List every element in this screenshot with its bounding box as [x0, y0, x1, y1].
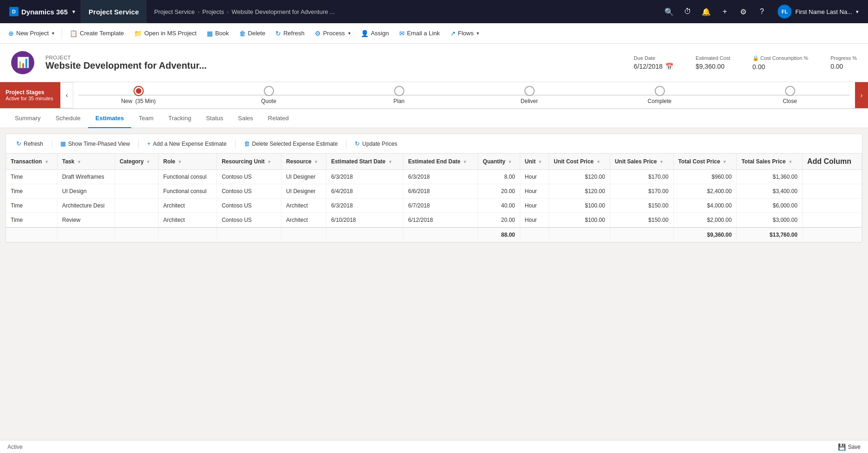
- add-button[interactable]: +: [716, 3, 733, 20]
- project-meta: Due Date 6/12/2018 📅 Estimated Cost $9,3…: [634, 55, 857, 71]
- stage-complete[interactable]: Complete: [594, 86, 725, 104]
- create-template-button[interactable]: 📋 Create Template: [65, 27, 128, 40]
- stages-left-chevron[interactable]: ‹: [60, 82, 73, 108]
- cell-4: Contoso US: [217, 213, 281, 228]
- total-empty-2: [57, 227, 115, 242]
- cell-4: Contoso US: [217, 199, 281, 213]
- delete-icon: 🗑: [239, 30, 246, 37]
- update-prices-button[interactable]: ↻ Update Prices: [350, 138, 402, 149]
- col-resourcing-unit[interactable]: Resourcing Unit ▾: [217, 154, 281, 170]
- col-est-end-date[interactable]: Estimated End Date ▾: [403, 154, 478, 170]
- stage-new[interactable]: New (35 Min): [73, 86, 204, 104]
- stages-right-chevron[interactable]: ›: [855, 82, 868, 108]
- col-resource[interactable]: Resource ▾: [281, 154, 326, 170]
- tab-schedule[interactable]: Schedule: [48, 109, 88, 128]
- due-date-value: 6/12/2018 📅: [634, 63, 673, 70]
- delete-expense-button[interactable]: 🗑 Delete Selected Expense Estimate: [239, 138, 343, 149]
- delete-label: Delete: [248, 30, 266, 37]
- cell-9: Hour: [520, 184, 549, 199]
- cmd-sep-1: [62, 28, 62, 39]
- col-total-cost-price[interactable]: Total Cost Price ▾: [673, 154, 737, 170]
- add-expense-estimate-button[interactable]: + Add a New Expense Estimate: [142, 138, 231, 149]
- project-service-label: Project Service: [81, 0, 147, 23]
- col-category[interactable]: Category ▾: [115, 154, 158, 170]
- stage-close[interactable]: Close: [725, 86, 855, 104]
- estimates-refresh-label: Refresh: [24, 141, 43, 147]
- stage-plan[interactable]: Plan: [334, 86, 464, 104]
- dynamics-logo[interactable]: D Dynamics 365 ▾: [4, 0, 81, 23]
- time-phased-view-button[interactable]: ▦ Show Time-Phased View: [56, 138, 134, 149]
- col-quantity[interactable]: Quantity ▾: [478, 154, 520, 170]
- total-sales-price: $13,760.00: [737, 227, 803, 242]
- breadcrumb-item-2[interactable]: Projects: [202, 8, 224, 15]
- new-project-button[interactable]: ⊕ New Project ▾: [4, 27, 59, 40]
- project-title: Website Development for Adventur...: [45, 60, 623, 71]
- top-navigation: D Dynamics 365 ▾ Project Service Project…: [0, 0, 868, 23]
- col-add-column[interactable]: Add Column: [802, 154, 862, 170]
- cell-7: 6/12/2018: [403, 213, 478, 228]
- stage-quote-label: Quote: [261, 98, 276, 104]
- due-date-field: Due Date 6/12/2018 📅: [634, 55, 673, 70]
- col-unit[interactable]: Unit ▾: [520, 154, 549, 170]
- col-unit-sales-price[interactable]: Unit Sales Price ▾: [610, 154, 673, 170]
- table-row[interactable]: TimeUI DesignFunctional consulContoso US…: [6, 184, 862, 199]
- breadcrumb-item-3[interactable]: Website Development for Adventure ...: [232, 8, 335, 15]
- stage-quote[interactable]: Quote: [204, 86, 334, 104]
- open-ms-project-icon: 📁: [134, 30, 142, 37]
- calendar-icon[interactable]: 📅: [665, 63, 673, 70]
- dynamics-chevron[interactable]: ▾: [72, 9, 75, 15]
- cell-10: $100.00: [549, 213, 610, 228]
- total-cost-price: $9,360.00: [673, 227, 737, 242]
- tab-sales[interactable]: Sales: [230, 109, 261, 128]
- tab-related[interactable]: Related: [261, 109, 296, 128]
- settings-button[interactable]: ⚙: [735, 3, 752, 20]
- estimates-refresh-button[interactable]: ↻ Refresh: [12, 138, 48, 149]
- total-empty-8: [403, 227, 478, 242]
- tab-estimates[interactable]: Estimates: [88, 109, 131, 128]
- search-button[interactable]: 🔍: [661, 3, 677, 20]
- cell-10: $100.00: [549, 199, 610, 213]
- new-project-icon: ⊕: [8, 30, 14, 37]
- email-link-button[interactable]: ✉ Email a Link: [395, 27, 445, 40]
- notifications-button[interactable]: 🔔: [698, 3, 715, 20]
- tab-tracking[interactable]: Tracking: [161, 109, 198, 128]
- command-bar: ⊕ New Project ▾ 📋 Create Template 📁 Open…: [0, 23, 868, 44]
- time-phased-icon: ▦: [60, 140, 66, 147]
- create-template-icon: 📋: [70, 30, 77, 37]
- delete-button[interactable]: 🗑 Delete: [235, 27, 270, 40]
- flows-button[interactable]: ↗ Flows ▾: [446, 27, 484, 40]
- tab-status[interactable]: Status: [198, 109, 230, 128]
- project-header: 📊 PROJECT Website Development for Advent…: [0, 44, 868, 82]
- table-row[interactable]: TimeReviewArchitectContoso USArchitect6/…: [6, 213, 862, 228]
- stage-deliver[interactable]: Deliver: [464, 86, 594, 104]
- recent-items-button[interactable]: ⏱: [679, 3, 696, 20]
- refresh-label: Refresh: [283, 30, 305, 37]
- help-button[interactable]: ?: [753, 3, 770, 20]
- book-button[interactable]: ▦ Book: [202, 27, 234, 40]
- cost-consumption-value: 0.00: [753, 63, 808, 71]
- cell-1: UI Design: [57, 184, 115, 199]
- col-role[interactable]: Role ▾: [159, 154, 217, 170]
- tab-summary[interactable]: Summary: [7, 109, 48, 128]
- col-est-start-date[interactable]: Estimated Start Date ▾: [326, 154, 403, 170]
- col-task[interactable]: Task ▾: [57, 154, 115, 170]
- new-project-dropdown-icon[interactable]: ▾: [52, 31, 54, 36]
- stage-complete-label: Complete: [648, 98, 671, 104]
- tab-team[interactable]: Team: [131, 109, 161, 128]
- col-unit-cost-price[interactable]: Unit Cost Price ▾: [549, 154, 610, 170]
- col-total-sales-price[interactable]: Total Sales Price ▾: [737, 154, 803, 170]
- user-avatar: FL: [778, 5, 791, 19]
- breadcrumb-item-1[interactable]: Project Service: [154, 8, 194, 15]
- create-template-label: Create Template: [80, 30, 124, 37]
- book-label: Book: [215, 30, 229, 37]
- refresh-button[interactable]: ↻ Refresh: [271, 27, 309, 40]
- cell-13: $3,400.00: [737, 184, 803, 199]
- open-ms-project-button[interactable]: 📁 Open in MS Project: [129, 27, 201, 40]
- table-row[interactable]: TimeArchitecture DesiArchitectContoso US…: [6, 199, 862, 213]
- user-profile[interactable]: FL First Name Last Na... ▾: [772, 0, 864, 23]
- cell-8: 20.00: [478, 184, 520, 199]
- col-transaction[interactable]: Transaction ▾: [6, 154, 57, 170]
- table-row[interactable]: TimeDraft WireframesFunctional consulCon…: [6, 170, 862, 184]
- assign-button[interactable]: 👤 Assign: [356, 27, 394, 40]
- process-button[interactable]: ⚙ Process ▾: [310, 27, 355, 40]
